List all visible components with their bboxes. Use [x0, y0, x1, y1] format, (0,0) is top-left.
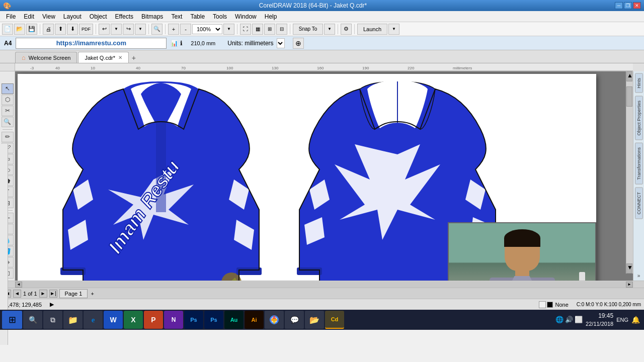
coreldraw-btn[interactable]: Cd	[325, 311, 344, 329]
speaker-icon[interactable]: 🔊	[565, 316, 573, 323]
add-page-icon[interactable]: +	[91, 291, 94, 297]
vscroll-down-btn[interactable]: ▼	[626, 263, 632, 274]
network-icon[interactable]: 🌐	[555, 316, 564, 323]
restore-btn[interactable]: ❐	[624, 2, 632, 9]
menu-object[interactable]: Object	[86, 12, 111, 21]
launch-list-btn[interactable]: ▼	[388, 24, 399, 35]
object-properties-tab[interactable]: Object Properties	[635, 96, 643, 140]
minimize-btn[interactable]: ─	[615, 2, 623, 9]
redo-list-btn[interactable]: ▼	[135, 24, 146, 35]
ps-btn[interactable]: Ps	[184, 311, 203, 329]
undo-btn[interactable]: ↩	[99, 24, 110, 35]
hscroll[interactable]: ◄ ►	[15, 281, 633, 288]
search-btn[interactable]: 🔍	[23, 311, 42, 329]
menu-window[interactable]: Window	[231, 12, 261, 21]
launch-btn[interactable]: Launch	[357, 24, 387, 35]
print-btn[interactable]: 🖨	[43, 24, 54, 35]
import-btn[interactable]: ⬆	[55, 24, 66, 35]
units-select[interactable]	[277, 38, 285, 48]
ps2-btn[interactable]: Ps	[204, 311, 223, 329]
hscroll-left-btn[interactable]: ◄	[15, 282, 22, 288]
transformations-tab[interactable]: Transformations	[635, 143, 643, 185]
menu-file[interactable]: File	[2, 12, 20, 21]
snap-list-btn[interactable]: ▼	[324, 24, 335, 35]
language-display[interactable]: ENG	[616, 317, 628, 323]
chrome-btn[interactable]	[265, 311, 284, 329]
undo-list-btn[interactable]: ▼	[111, 24, 122, 35]
menu-effects[interactable]: Effects	[111, 12, 137, 21]
menu-tools[interactable]: Tools	[209, 12, 231, 21]
prev-page-btn[interactable]: ◄	[13, 290, 21, 298]
right-collapse-btn[interactable]: »	[637, 273, 640, 279]
edge-btn[interactable]: e	[84, 311, 103, 329]
zoom-tool[interactable]: 🔍	[2, 117, 14, 127]
zoom-in-btn[interactable]: +	[168, 24, 179, 35]
url-icons: 📊 ℹ	[171, 40, 183, 47]
skype-btn[interactable]: 💬	[285, 311, 304, 329]
start-button[interactable]: ⊞	[2, 311, 22, 329]
menu-bitmaps[interactable]: Bitmaps	[137, 12, 167, 21]
files-btn[interactable]: 📂	[305, 311, 324, 329]
hscroll-right-btn[interactable]: ►	[626, 282, 633, 288]
menu-view[interactable]: View	[38, 12, 59, 21]
tab-add-btn[interactable]: +	[129, 53, 139, 63]
menu-table[interactable]: Table	[186, 12, 209, 21]
freehand-tool[interactable]: ✏	[2, 132, 14, 142]
fill-color-box[interactable]	[539, 301, 546, 308]
crop-tool[interactable]: ✂	[2, 106, 14, 116]
vscroll-up-btn[interactable]: ▲	[626, 71, 632, 81]
onenote-btn[interactable]: N	[164, 311, 183, 329]
guidelines-btn[interactable]: ⊟	[276, 24, 287, 35]
add-page-btn[interactable]: ⊕	[293, 38, 304, 49]
options-btn[interactable]: ⚙	[341, 24, 352, 35]
search-content-btn[interactable]: 🔍	[151, 24, 163, 35]
taskbar: ⊞ 🔍 ⧉ 📁 e W X P N Ps Ps Au Ai 💬 📂 Cd 🌐 🔊…	[0, 310, 644, 330]
full-screen-btn[interactable]: ⛶	[240, 24, 251, 35]
zoom-list-btn[interactable]: ▼	[223, 24, 234, 35]
clock[interactable]: 19:45 22/11/2018	[586, 312, 613, 327]
notification-btn[interactable]: 🔔	[631, 316, 640, 324]
tab-close-btn[interactable]: ✕	[118, 55, 122, 60]
powerpoint-btn[interactable]: P	[144, 311, 163, 329]
last-page-btn[interactable]: ►|	[49, 290, 57, 298]
menu-text[interactable]: Text	[167, 12, 186, 21]
canvas-row: ↖ ⬡ ✂ 🔍 ✏ 🖌 ▭ ⬭ ⬟ T ⊞ ⊢ ⌇ 💧 🪣 ◈ ◻	[0, 71, 644, 281]
new-btn[interactable]: 📄	[2, 24, 13, 35]
vscroll-thumb[interactable]	[626, 86, 632, 107]
zoom-select[interactable]: 100%	[192, 24, 222, 34]
menu-edit[interactable]: Edit	[20, 12, 38, 21]
vertical-scrollbar[interactable]: ▲ ▼	[626, 71, 633, 274]
connect-tab[interactable]: CONNECT	[635, 188, 643, 219]
url-input[interactable]	[16, 38, 167, 49]
publish-pdf-btn[interactable]: PDF	[79, 24, 93, 35]
fill-label: None	[555, 302, 568, 308]
page1-tab[interactable]: Page 1	[59, 289, 88, 298]
export-btn[interactable]: ⬇	[67, 24, 78, 35]
tab-jaket[interactable]: Jaket Q.cdr* ✕	[78, 52, 129, 63]
tab-welcome[interactable]: ⌂ Welcome Screen	[15, 52, 77, 63]
wireframe-btn[interactable]: ▦	[252, 24, 263, 35]
word-btn[interactable]: W	[104, 311, 123, 329]
hints-panel-tab[interactable]: Hints	[635, 73, 643, 93]
au-btn[interactable]: Au	[224, 311, 244, 329]
grid-btn[interactable]: ⊞	[264, 24, 275, 35]
redo-btn[interactable]: ↪	[123, 24, 134, 35]
task-view-btn[interactable]: ⧉	[43, 311, 62, 329]
select-tool[interactable]: ↖	[2, 83, 14, 94]
snap-btn[interactable]: Snap To	[293, 24, 323, 35]
menu-layout[interactable]: Layout	[59, 12, 86, 21]
close-btn[interactable]: ✕	[633, 2, 641, 9]
ai-btn[interactable]: Ai	[245, 311, 264, 329]
save-btn[interactable]: 💾	[26, 24, 37, 35]
ruler-top: -3 40 10 40 70 100 130 160 190 220 milli…	[15, 63, 633, 71]
outline-color-box[interactable]	[547, 302, 553, 308]
open-btn[interactable]: 📂	[14, 24, 25, 35]
file-explorer-btn[interactable]: 📁	[63, 311, 83, 329]
menu-help[interactable]: Help	[261, 12, 281, 21]
excel-btn[interactable]: X	[124, 311, 143, 329]
svg-text:160: 160	[317, 66, 324, 70]
zoom-out-btn[interactable]: -	[180, 24, 191, 35]
shape-tool[interactable]: ⬡	[2, 95, 14, 105]
next-page-btn[interactable]: ►	[39, 290, 47, 298]
expand-arrow[interactable]: ▶	[50, 301, 54, 308]
